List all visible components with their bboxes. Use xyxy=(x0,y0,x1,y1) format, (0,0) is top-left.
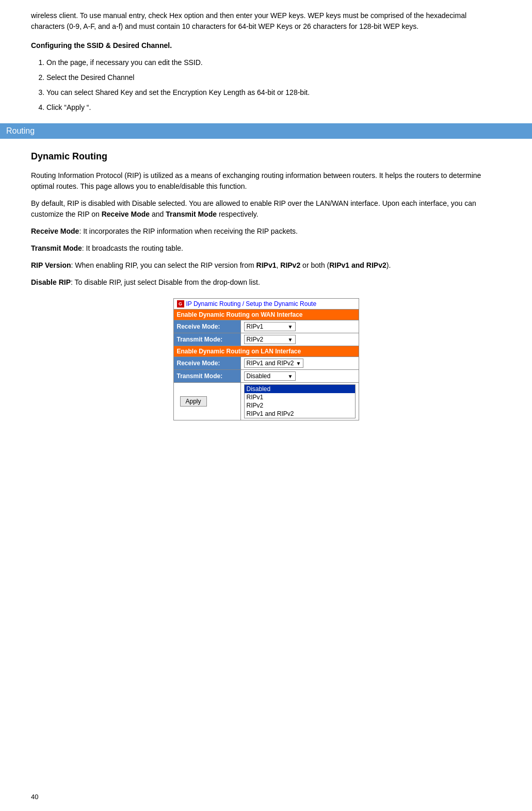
transmit-mode-para: Transmit Mode: It broadcasts the routing… xyxy=(31,243,501,254)
dropdown-option-ripv1[interactable]: RIPv1 xyxy=(245,393,355,401)
lan-transmit-arrow: ▼ xyxy=(288,374,293,379)
rip-version-para: RIP Version: When enabling RIP, you can … xyxy=(31,260,501,271)
dropdown-option-ripv2[interactable]: RIPv2 xyxy=(245,401,355,410)
routing-diagram: G IP Dynamic Routing / Setup the Dynamic… xyxy=(173,298,359,420)
wan-receive-value: RIPv1 ▼ xyxy=(240,320,359,333)
apply-button[interactable]: Apply xyxy=(180,396,207,407)
wan-transmit-value: RIPv2 ▼ xyxy=(240,333,359,346)
wan-transmit-arrow: ▼ xyxy=(288,337,293,343)
lan-transmit-label: Transmit Mode: xyxy=(173,370,240,383)
step-2: Select the Desired Channel xyxy=(46,72,501,83)
wan-receive-row: Receive Mode: RIPv1 ▼ xyxy=(173,320,359,333)
wan-receive-label: Receive Mode: xyxy=(173,320,240,333)
dropdown-cell: Disabled RIPv1 RIPv2 RIPv1 and RIPv2 xyxy=(240,383,359,420)
apply-cell: Apply xyxy=(173,383,240,420)
lan-receive-arrow: ▼ xyxy=(296,361,301,366)
dropdown-option-disabled[interactable]: Disabled xyxy=(245,385,355,393)
lan-section-header: Enable Dynamic Routing on LAN Interface xyxy=(173,346,359,357)
step-4: Click “Apply “. xyxy=(46,102,501,113)
disable-rip-para: Disable RIP: To disable RIP, just select… xyxy=(31,277,501,288)
wan-section-header: Enable Dynamic Routing on WAN Interface xyxy=(173,310,359,320)
lan-receive-select[interactable]: RIPv1 and RIPv2 ▼ xyxy=(244,359,304,368)
intro-paragraph: wireless client. To use manual entry, ch… xyxy=(31,10,501,32)
step-3: You can select Shared Key and set the En… xyxy=(46,87,501,98)
lan-section-row: Enable Dynamic Routing on LAN Interface xyxy=(173,346,359,357)
lan-receive-value: RIPv1 and RIPv2 ▼ xyxy=(240,357,359,370)
routing-section-header: Routing xyxy=(0,123,532,139)
lan-receive-row: Receive Mode: RIPv1 and RIPv2 ▼ xyxy=(173,357,359,370)
lan-transmit-value: Disabled ▼ xyxy=(240,370,359,383)
wan-section-row: Enable Dynamic Routing on WAN Interface xyxy=(173,310,359,320)
lan-transmit-row: Transmit Mode: Disabled ▼ xyxy=(173,370,359,383)
transmit-dropdown-open: Disabled RIPv1 RIPv2 RIPv1 and RIPv2 xyxy=(244,384,356,418)
dynamic-routing-title: Dynamic Routing xyxy=(31,151,501,162)
wan-transmit-row: Transmit Mode: RIPv2 ▼ xyxy=(173,333,359,346)
lan-receive-label: Receive Mode: xyxy=(173,357,240,370)
apply-dropdown-row: Apply Disabled RIPv1 RIPv2 RIPv1 and RIP… xyxy=(173,383,359,420)
dropdown-option-both[interactable]: RIPv1 and RIPv2 xyxy=(245,410,355,418)
ssid-section-heading: Configuring the SSID & Desired Channel. xyxy=(31,40,501,51)
wan-receive-select[interactable]: RIPv1 ▼ xyxy=(244,322,296,331)
diagram-icon: G xyxy=(177,300,184,307)
page-number: 40 xyxy=(31,793,38,801)
wan-receive-arrow: ▼ xyxy=(288,324,293,330)
dynamic-routing-para2: By default, RIP is disabled with Disable… xyxy=(31,198,501,220)
step-1: On the page, if necessary you can edit t… xyxy=(46,57,501,68)
wan-transmit-select[interactable]: RIPv2 ▼ xyxy=(244,335,296,344)
wan-transmit-label: Transmit Mode: xyxy=(173,333,240,346)
diagram-title-bar: G IP Dynamic Routing / Setup the Dynamic… xyxy=(173,298,359,309)
lan-transmit-select[interactable]: Disabled ▼ xyxy=(244,371,296,381)
receive-mode-para: Receive Mode: It incorporates the RIP in… xyxy=(31,226,501,237)
steps-list: On the page, if necessary you can edit t… xyxy=(46,57,501,113)
dynamic-routing-para1: Routing Information Protocol (RIP) is ut… xyxy=(31,170,501,192)
diagram-table: Enable Dynamic Routing on WAN Interface … xyxy=(173,309,359,420)
